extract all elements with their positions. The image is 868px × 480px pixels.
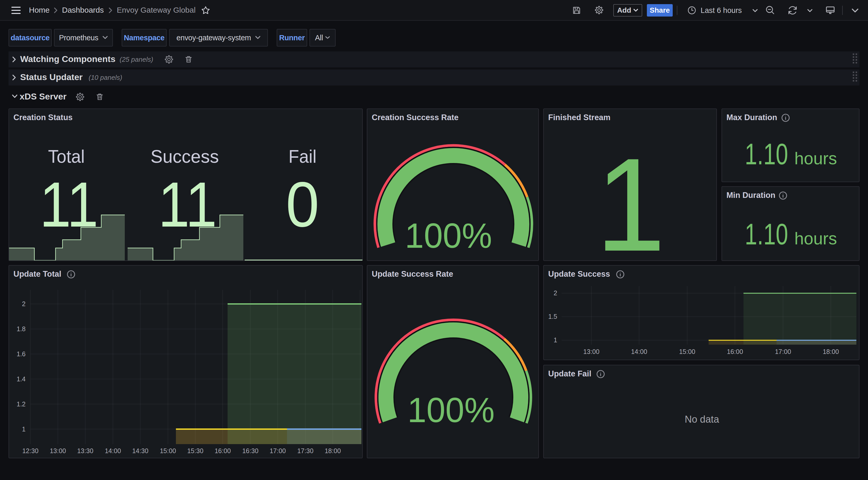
svg-text:2: 2 [22, 300, 26, 307]
svg-text:13:30: 13:30 [77, 447, 94, 454]
svg-text:17:00: 17:00 [775, 348, 791, 355]
svg-text:1: 1 [22, 425, 26, 433]
svg-text:1.8: 1.8 [17, 325, 26, 332]
svg-text:Fail: Fail [288, 147, 316, 167]
svg-text:Success: Success [151, 147, 219, 167]
svg-text:hours: hours [795, 149, 837, 168]
svg-text:17:30: 17:30 [297, 447, 314, 454]
svg-text:1.2: 1.2 [17, 400, 26, 408]
svg-text:1.4: 1.4 [17, 376, 26, 383]
svg-text:0: 0 [286, 169, 319, 240]
svg-text:18:00: 18:00 [325, 447, 341, 454]
svg-text:15:00: 15:00 [679, 348, 695, 355]
svg-text:16:30: 16:30 [242, 447, 258, 454]
svg-text:11: 11 [158, 169, 217, 240]
svg-text:11: 11 [39, 169, 98, 240]
svg-text:18:00: 18:00 [823, 348, 839, 355]
svg-text:1.10: 1.10 [745, 217, 788, 251]
svg-text:Total: Total [48, 147, 85, 167]
svg-text:1.5: 1.5 [548, 313, 557, 320]
svg-text:15:30: 15:30 [187, 447, 204, 454]
svg-text:13:00: 13:00 [50, 447, 66, 454]
svg-text:13:00: 13:00 [583, 348, 599, 355]
svg-text:15:00: 15:00 [160, 447, 176, 454]
svg-text:1.6: 1.6 [17, 350, 26, 358]
svg-text:2: 2 [554, 289, 557, 297]
svg-text:17:00: 17:00 [270, 447, 286, 454]
svg-text:1: 1 [554, 336, 557, 343]
svg-text:100%: 100% [407, 390, 494, 429]
svg-text:hours: hours [795, 229, 837, 248]
svg-text:16:00: 16:00 [215, 447, 231, 454]
svg-text:14:00: 14:00 [105, 447, 121, 454]
svg-text:1.10: 1.10 [745, 138, 788, 171]
svg-text:14:00: 14:00 [631, 348, 647, 355]
svg-text:1: 1 [596, 130, 665, 261]
svg-text:14:30: 14:30 [132, 447, 149, 454]
svg-text:12:30: 12:30 [22, 447, 38, 454]
svg-text:16:00: 16:00 [727, 348, 743, 355]
svg-text:100%: 100% [405, 216, 492, 255]
